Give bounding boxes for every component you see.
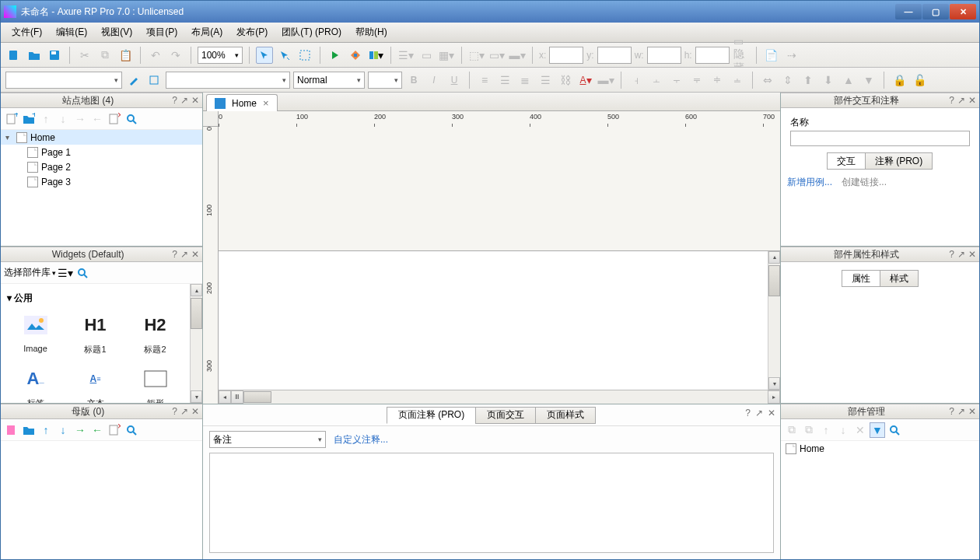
menu-icon[interactable]: ☰▾	[58, 265, 73, 281]
dist-v-button[interactable]: ⇕	[779, 72, 796, 89]
menu-view[interactable]: 视图(V)	[95, 23, 138, 41]
align-center-button[interactable]: ☰	[496, 72, 513, 89]
hidden-button[interactable]: ▭隐藏	[733, 47, 750, 64]
master-down-button[interactable]: ↓	[55, 422, 71, 438]
align-button[interactable]: ☰▾	[397, 47, 415, 64]
tab-page-interactions[interactable]: 页面交互	[475, 407, 536, 424]
unlock-button[interactable]: 🔓	[911, 72, 928, 89]
add-page-button[interactable]: +	[4, 111, 19, 127]
canvas-tab-home[interactable]: Home ×	[206, 94, 278, 111]
menu-help[interactable]: 帮助(H)	[349, 23, 394, 41]
add-master-folder-button[interactable]	[21, 422, 37, 438]
tab-notes[interactable]: 注释 (PRO)	[865, 152, 933, 170]
widget-h1[interactable]: H1标题1	[67, 311, 124, 355]
open-button[interactable]	[26, 47, 43, 64]
menu-file[interactable]: 文件(F)	[5, 23, 48, 41]
al-center-button[interactable]: ⫠	[648, 72, 665, 89]
delete-page-button[interactable]: ×	[107, 111, 122, 127]
move-down-button[interactable]: ↓	[55, 111, 71, 127]
canvas[interactable]	[219, 251, 768, 390]
shadow-button[interactable]: ▦▾	[438, 47, 455, 64]
notes-select[interactable]: 备注▾	[209, 431, 326, 448]
tab-page-style[interactable]: 页面样式	[535, 407, 596, 424]
customize-notes-link[interactable]: 自定义注释...	[334, 433, 388, 446]
al-mid-button[interactable]: ⫩	[709, 72, 726, 89]
flow-button[interactable]: ⇢	[783, 47, 800, 64]
master-up-button[interactable]: ↑	[38, 422, 54, 438]
link-button[interactable]: ⛓	[557, 72, 574, 89]
close-button[interactable]: ✕	[950, 4, 976, 19]
search-widgets-button[interactable]	[75, 265, 90, 281]
mgr-up[interactable]: ↑	[818, 422, 834, 438]
library-selector[interactable]: 选择部件库	[4, 266, 51, 279]
widget-h2[interactable]: H2标题2	[127, 311, 184, 355]
preview-button[interactable]	[327, 47, 344, 64]
master-left-button[interactable]: ←	[89, 422, 105, 438]
front-button[interactable]: ⬆	[800, 72, 817, 89]
fwd-button[interactable]: ▲	[840, 72, 857, 89]
font-size-select[interactable]: ▾	[368, 72, 402, 89]
al-top-button[interactable]: ⫧	[688, 72, 705, 89]
new-button[interactable]	[5, 47, 23, 64]
select-contained-button[interactable]	[296, 47, 313, 64]
dist-h-button[interactable]: ⇔	[759, 72, 776, 89]
zoom-select[interactable]: 100%▾	[198, 47, 243, 64]
bullets-button[interactable]: ☰	[537, 72, 554, 89]
redo-button[interactable]: ↷	[167, 47, 184, 64]
canvas-scrollbar-h[interactable]: ◂Ⅲ▸	[219, 390, 780, 404]
publish-button[interactable]: ▾	[367, 47, 384, 64]
align-left-button[interactable]: ≡	[476, 72, 493, 89]
al-bot-button[interactable]: ⫨	[729, 72, 746, 89]
underline-button[interactable]: U	[446, 72, 463, 89]
minimize-button[interactable]: ―	[895, 4, 922, 19]
mgr-del[interactable]: ✕	[852, 422, 868, 438]
panel-help-icon[interactable]: ?	[172, 95, 177, 106]
para-style-select[interactable]: Normal▾	[293, 72, 365, 89]
search-masters-button[interactable]	[124, 422, 139, 438]
mgr-filter[interactable]: ▼	[870, 422, 885, 438]
font-select[interactable]: ▾	[166, 72, 290, 89]
mgr-b2[interactable]: ⧉	[801, 422, 817, 438]
panel-pop-icon[interactable]: ↗	[180, 95, 188, 106]
bold2-button[interactable]: ▭	[418, 47, 435, 64]
cut-button[interactable]: ✂	[76, 47, 93, 64]
italic-button[interactable]: I	[425, 72, 443, 89]
maximize-button[interactable]: ▢	[922, 4, 949, 19]
copy-style-button[interactable]	[145, 72, 163, 89]
widget-label[interactable]: A_标签	[7, 365, 64, 403]
al-left-button[interactable]: ⫞	[628, 72, 645, 89]
fill-color-button[interactable]: ▬▾	[597, 72, 614, 89]
add-master-button[interactable]	[4, 422, 19, 438]
menu-team[interactable]: 团队(T) (PRO)	[275, 23, 348, 41]
tab-interactions[interactable]: 交互	[827, 152, 866, 170]
back-button[interactable]: ⬇	[820, 72, 837, 89]
note-button[interactable]: 📄	[763, 47, 780, 64]
lock-button2[interactable]: 🔒	[891, 72, 908, 89]
font-color-button[interactable]: A▾	[577, 72, 594, 89]
widget-text[interactable]: A≡文本	[67, 365, 124, 403]
bwd-button[interactable]: ▼	[860, 72, 877, 89]
add-folder-button[interactable]: +	[21, 111, 37, 127]
connect-mode-button[interactable]	[276, 47, 293, 64]
tab-page-notes[interactable]: 页面注释 (PRO)	[387, 407, 476, 424]
widgets-scrollbar[interactable]: ▴▾	[190, 284, 202, 403]
select-mode-button[interactable]	[256, 47, 273, 64]
close-tab-icon[interactable]: ×	[263, 97, 269, 109]
al-right-button[interactable]: ⫟	[668, 72, 685, 89]
move-up-button[interactable]: ↑	[38, 111, 54, 127]
save-button[interactable]	[46, 47, 63, 64]
create-link-link[interactable]: 创建链接...	[842, 176, 887, 189]
menu-publish[interactable]: 发布(P)	[230, 23, 274, 41]
group-button[interactable]: ⬚▾	[468, 47, 485, 64]
copy-button[interactable]: ⧉	[96, 47, 114, 64]
add-case-link[interactable]: 新增用例...	[787, 176, 832, 189]
widget-image[interactable]: Image	[7, 311, 64, 355]
panel-close-icon[interactable]: ✕	[191, 95, 199, 106]
menu-layout[interactable]: 布局(A)	[185, 23, 229, 41]
widget-rect[interactable]: 矩形	[127, 365, 184, 403]
move-right-button[interactable]: →	[72, 111, 88, 127]
manager-item[interactable]: Home	[781, 441, 979, 456]
notes-textarea[interactable]	[209, 453, 774, 553]
widget-style-button[interactable]	[125, 72, 142, 89]
lock-button[interactable]: ▬▾	[509, 47, 526, 64]
